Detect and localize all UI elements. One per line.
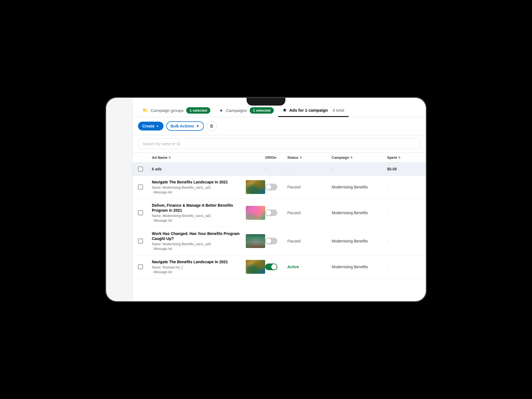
row1-checkbox[interactable] (138, 185, 143, 190)
row1-toggle-cell (265, 184, 287, 190)
row2-ad-info: Deliver, Finance & Manage A Better Benef… (152, 203, 265, 223)
row3-campaign: Modernising Benefits (332, 239, 387, 243)
col-spent-label: Spent (387, 155, 397, 160)
row1-ad-text: Navigate The Benefits Landscape In 2021 … (152, 180, 242, 195)
col-header-off-on: Off/On (265, 155, 287, 160)
bulk-actions-label: Bulk Actions (171, 124, 194, 128)
tab-campaigns[interactable]: ★ Campaigns 1 selected (215, 104, 278, 117)
campaigns-badge[interactable]: 1 selected (250, 107, 274, 114)
tab-campaign-groups[interactable]: 📁 Campaign groups 1 selected (138, 104, 215, 117)
row2-ad-sub1: Name: Modernising Benefits_cam1_ad2 (152, 214, 242, 218)
summary-checkbox[interactable] (138, 167, 143, 172)
row2-spent: - (387, 211, 420, 215)
row1-spent: - (387, 185, 420, 189)
row3-checkbox-cell (138, 239, 152, 244)
col-status-label: Status (287, 155, 298, 160)
tab-ads[interactable]: ★ Ads for 1 campaign 6 total (278, 104, 349, 117)
create-chevron-icon: ▼ (156, 125, 159, 128)
summary-spent: $0.00 (387, 167, 420, 171)
col-header-ad-name[interactable]: Ad Name ⇅ (152, 155, 265, 160)
folder-icon: 📁 (142, 108, 148, 113)
table-row: Navigate The Benefits Landscape In 2021 … (132, 176, 426, 199)
row3-ad-sub2: · Message Ad (152, 247, 242, 251)
col-header-status[interactable]: Status ⇅ (287, 155, 332, 160)
row2-toggle-cell (265, 209, 287, 216)
col-header-campaign[interactable]: Campaign ⇅ (332, 155, 387, 160)
campaigns-icon: ★ (219, 108, 223, 113)
sidebar (106, 98, 132, 301)
row4-toggle[interactable] (265, 264, 277, 270)
table-container: Ad Name ⇅ Off/On Status ⇅ Campaign ⇅ (132, 153, 426, 301)
delete-icon: 🗑 (209, 124, 214, 129)
col-ad-name-sort-icon[interactable]: ⇅ (168, 156, 171, 159)
row2-checkbox-cell (138, 210, 152, 215)
row1-ad-name: Navigate The Benefits Landscape In 2021 (152, 180, 242, 185)
row3-ad-name: Work Has Changed. Has Your Benefits Prog… (152, 231, 242, 241)
row3-spent: - (387, 239, 420, 243)
summary-campaign: - (332, 167, 387, 171)
search-input[interactable] (138, 139, 420, 149)
summary-status: - (287, 167, 332, 171)
row1-ad-sub1: Name: Modernising Benefits_cam1_ad1 (152, 185, 242, 190)
table-row: Deliver, Finance & Manage A Better Benef… (132, 199, 426, 227)
row4-toggle-cell (265, 264, 287, 270)
row4-ad-info: Navigate The Benefits Landscape In 2021 … (152, 259, 265, 275)
tab-ads-label: Ads for 1 campaign (289, 108, 328, 112)
col-campaign-label: Campaign (332, 155, 349, 160)
col-campaign-sort-icon[interactable]: ⇅ (350, 156, 352, 159)
row3-ad-info: Work Has Changed. Has Your Benefits Prog… (152, 231, 265, 251)
row1-thumbnail (246, 180, 265, 194)
row2-thumbnail (246, 206, 265, 220)
row4-checkbox[interactable] (138, 264, 143, 269)
row4-ad-text: Navigate The Benefits Landscape In 2021 … (152, 259, 242, 275)
col-status-sort-icon[interactable]: ⇅ (300, 156, 302, 159)
device-frame: 📁 Campaign groups 1 selected ★ Campaigns… (105, 97, 427, 302)
row2-campaign: Modernising Benefits (332, 211, 387, 215)
table-row: Work Has Changed. Has Your Benefits Prog… (132, 227, 426, 255)
delete-button[interactable]: 🗑 (207, 121, 217, 131)
search-bar (132, 135, 426, 153)
row4-campaign: Modernising Benefits (332, 265, 387, 269)
row3-toggle[interactable] (265, 238, 277, 244)
row2-checkbox[interactable] (138, 210, 143, 215)
col-spent-sort-icon[interactable]: ⇅ (398, 156, 400, 159)
ads-total: 6 total (333, 108, 344, 112)
screen: 📁 Campaign groups 1 selected ★ Campaigns… (106, 98, 426, 301)
row4-checkbox-cell (138, 264, 152, 269)
row3-status: Paused (287, 239, 332, 243)
row4-status: Active (287, 265, 332, 269)
row1-ad-sub2: · Message Ad (152, 190, 242, 195)
col-header-spent[interactable]: Spent ⇅ (387, 155, 420, 160)
create-label: Create (142, 124, 155, 128)
tab-campaigns-label: Campaigns (226, 108, 247, 113)
table-header: Ad Name ⇅ Off/On Status ⇅ Campaign ⇅ (132, 153, 426, 163)
table-row: Navigate The Benefits Landscape In 2021 … (132, 255, 426, 279)
summary-checkbox-cell (138, 167, 152, 172)
row1-status: Paused (287, 185, 332, 189)
ads-icon: ★ (283, 108, 287, 113)
bulk-actions-button[interactable]: Bulk Actions ▼ (166, 121, 204, 131)
col-ad-name-label: Ad Name (152, 155, 167, 160)
row4-thumbnail (246, 260, 265, 274)
summary-toggle: - (265, 167, 287, 171)
row3-thumbnail (246, 234, 265, 248)
row1-ad-info: Navigate The Benefits Landscape In 2021 … (152, 180, 265, 195)
tab-campaign-groups-label: Campaign groups (151, 108, 183, 113)
summary-label: 6 ads (152, 167, 265, 171)
row3-checkbox[interactable] (138, 239, 143, 244)
row1-toggle[interactable] (265, 184, 277, 190)
campaign-groups-badge[interactable]: 1 selected (186, 107, 210, 114)
col-off-on-label: Off/On (265, 155, 276, 160)
row4-ad-name: Navigate The Benefits Landscape In 2021 (152, 259, 242, 264)
bulk-actions-chevron-icon: ▼ (196, 124, 200, 128)
row4-ad-sub1: Name: Revised Ad_1 (152, 265, 242, 270)
row2-ad-text: Deliver, Finance & Manage A Better Benef… (152, 203, 242, 223)
device-notch (247, 98, 285, 106)
row3-ad-text: Work Has Changed. Has Your Benefits Prog… (152, 231, 242, 251)
create-button[interactable]: Create ▼ (138, 122, 163, 131)
row1-campaign: Modernising Benefits (332, 185, 387, 189)
row2-toggle[interactable] (265, 209, 277, 216)
row4-ad-sub2: · Message Ad (152, 270, 242, 275)
row1-checkbox-cell (138, 185, 152, 190)
row4-spent: - (387, 265, 420, 269)
